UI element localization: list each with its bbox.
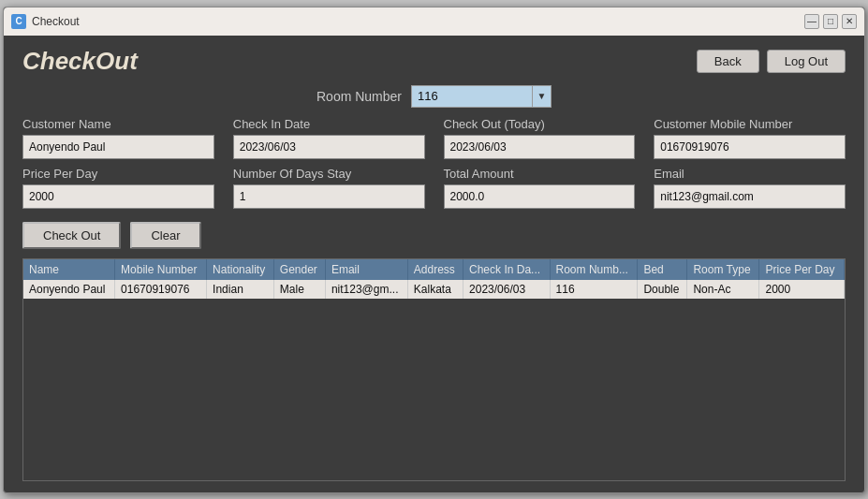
cell-checkin: 2023/06/03: [463, 280, 551, 299]
customer-name-input[interactable]: [22, 135, 214, 159]
cell-roomnum: 116: [550, 280, 638, 299]
cell-gender: Male: [273, 280, 325, 299]
customer-mobile-label: Customer Mobile Number: [654, 117, 846, 131]
total-amount-input[interactable]: [444, 184, 636, 209]
total-amount-label: Total Amount: [444, 167, 636, 181]
data-table-container: Name Mobile Number Nationality Gender Em…: [22, 258, 846, 481]
window-title: Checkout: [32, 15, 80, 28]
title-controls: — □ ✕: [804, 14, 857, 29]
room-number-label: Room Number: [316, 89, 402, 104]
table-row[interactable]: Aonyendo Paul 01670919076 Indian Male ni…: [23, 280, 845, 299]
email-label: Email: [654, 167, 846, 181]
customer-name-label: Customer Name: [22, 117, 214, 131]
header-row: CheckOut Back Log Out: [22, 47, 846, 76]
number-of-days-input[interactable]: [233, 184, 425, 209]
price-per-day-label: Price Per Day: [22, 167, 214, 181]
logout-button[interactable]: Log Out: [767, 50, 846, 73]
room-number-row: Room Number 116 ▼: [22, 85, 846, 108]
check-out-button[interactable]: Check Out: [22, 222, 121, 249]
title-bar: C Checkout — □ ✕: [4, 7, 864, 36]
cell-nationality: Indian: [207, 280, 274, 299]
col-nationality: Nationality: [207, 259, 274, 280]
check-out-today-label: Check Out (Today): [444, 117, 636, 131]
cell-bed: Double: [638, 280, 687, 299]
header-buttons: Back Log Out: [697, 50, 846, 73]
clear-button[interactable]: Clear: [130, 222, 200, 249]
room-number-select[interactable]: 116: [411, 85, 533, 108]
price-per-day-input[interactable]: [22, 184, 214, 209]
customer-mobile-field: Customer Mobile Number: [654, 117, 846, 159]
data-table: Name Mobile Number Nationality Gender Em…: [23, 259, 845, 299]
col-roomnum: Room Numb...: [550, 259, 638, 280]
content-area: CheckOut Back Log Out Room Number 116 ▼ …: [4, 36, 864, 492]
main-window: C Checkout — □ ✕ CheckOut Back Log Out R…: [3, 7, 865, 493]
email-field: Email: [654, 167, 846, 209]
check-out-today-input[interactable]: [444, 135, 636, 159]
minimize-button[interactable]: —: [804, 14, 819, 29]
customer-name-field: Customer Name: [22, 117, 214, 159]
col-name: Name: [23, 259, 115, 280]
col-gender: Gender: [273, 259, 325, 280]
maximize-button[interactable]: □: [823, 14, 838, 29]
col-bed: Bed: [638, 259, 687, 280]
back-button[interactable]: Back: [697, 50, 759, 73]
cell-mobile: 01670919076: [115, 280, 207, 299]
action-row: Check Out Clear: [22, 222, 846, 249]
app-title: CheckOut: [22, 47, 138, 76]
col-roomtype: Room Type: [687, 259, 759, 280]
cell-price: 2000: [759, 280, 845, 299]
price-per-day-field: Price Per Day: [22, 167, 214, 209]
col-email: Email: [325, 259, 407, 280]
title-bar-left: C Checkout: [11, 14, 80, 29]
check-in-date-field: Check In Date: [233, 117, 425, 159]
total-amount-field: Total Amount: [444, 167, 636, 209]
check-in-date-input[interactable]: [233, 135, 425, 159]
check-in-date-label: Check In Date: [233, 117, 425, 131]
col-address: Address: [407, 259, 463, 280]
cell-email: nit123@gm...: [325, 280, 407, 299]
room-select-arrow-icon[interactable]: ▼: [533, 85, 552, 108]
number-of-days-field: Number Of Days Stay: [233, 167, 425, 209]
col-mobile: Mobile Number: [115, 259, 207, 280]
table-body: Aonyendo Paul 01670919076 Indian Male ni…: [23, 280, 845, 299]
col-checkin: Check In Da...: [463, 259, 551, 280]
fields-grid: Customer Name Check In Date Check Out (T…: [22, 117, 846, 209]
close-button[interactable]: ✕: [842, 14, 857, 29]
cell-address: Kalkata: [407, 280, 463, 299]
number-of-days-label: Number Of Days Stay: [233, 167, 425, 181]
app-icon: C: [11, 14, 26, 29]
customer-mobile-input[interactable]: [654, 135, 846, 159]
email-input[interactable]: [654, 184, 846, 209]
room-select-wrapper: 116 ▼: [411, 85, 552, 108]
cell-name: Aonyendo Paul: [23, 280, 115, 299]
col-price: Price Per Day: [759, 259, 845, 280]
cell-roomtype: Non-Ac: [687, 280, 759, 299]
table-header: Name Mobile Number Nationality Gender Em…: [23, 259, 845, 280]
check-out-today-field: Check Out (Today): [444, 117, 636, 159]
